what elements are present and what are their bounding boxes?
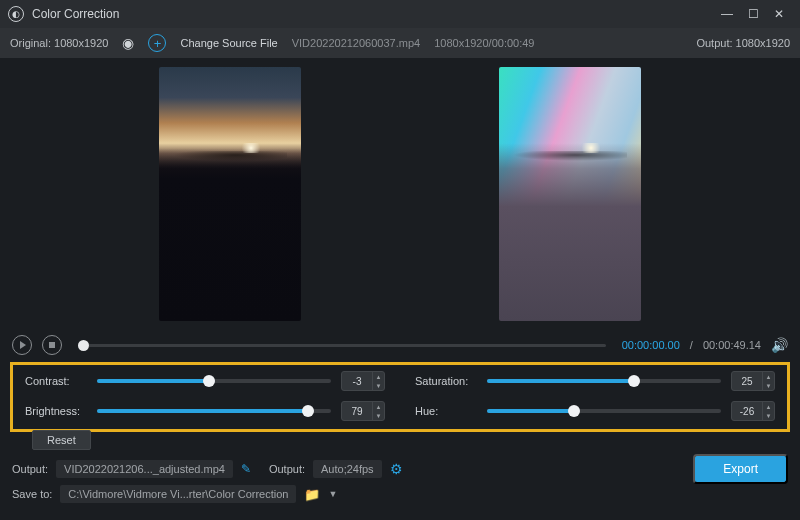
maximize-button[interactable]: ☐ xyxy=(740,1,766,27)
brightness-slider[interactable] xyxy=(97,409,331,413)
output-filename: VID2022021206..._adjusted.mp4 xyxy=(56,460,233,478)
save-path[interactable]: C:\Vidmore\Vidmore Vi...rter\Color Corre… xyxy=(60,485,296,503)
volume-icon[interactable]: 🔊 xyxy=(771,337,788,353)
chevron-up-icon[interactable]: ▲ xyxy=(763,402,774,411)
brightness-label: Brightness: xyxy=(25,405,87,417)
timeline-knob[interactable] xyxy=(78,340,89,351)
time-duration: 00:00:49.14 xyxy=(703,339,761,351)
chevron-up-icon[interactable]: ▲ xyxy=(763,372,774,381)
output-label: Output: xyxy=(12,463,48,475)
saturation-label: Saturation: xyxy=(415,375,477,387)
adjusted-preview xyxy=(499,67,641,321)
output-resolution-label: Output: 1080x1920 xyxy=(696,37,790,49)
source-filename: VID20220212060037.mp4 xyxy=(292,37,420,49)
save-to-label: Save to: xyxy=(12,488,52,500)
contrast-spinner[interactable]: -3 ▲▼ xyxy=(341,371,385,391)
source-fileinfo: 1080x1920/00:00:49 xyxy=(434,37,534,49)
chevron-down-icon[interactable]: ▼ xyxy=(328,489,337,499)
change-source-button[interactable]: Change Source File xyxy=(180,37,277,49)
saturation-control: Saturation: 25 ▲▼ xyxy=(415,371,775,391)
output-row: Output: VID2022021206..._adjusted.mp4 ✎ … xyxy=(0,456,800,482)
brightness-control: Brightness: 79 ▲▼ xyxy=(25,401,385,421)
timeline-slider[interactable] xyxy=(78,344,606,347)
reset-button[interactable]: Reset xyxy=(32,430,91,450)
color-sliders-panel: Contrast: -3 ▲▼ Saturation: 25 ▲▼ Bright… xyxy=(10,362,790,432)
folder-icon[interactable]: 📁 xyxy=(304,487,320,502)
contrast-control: Contrast: -3 ▲▼ xyxy=(25,371,385,391)
app-logo-icon: ◐ xyxy=(8,6,24,22)
preview-toggle-icon[interactable]: ◉ xyxy=(122,35,134,51)
play-button[interactable] xyxy=(12,335,32,355)
save-row: Save to: C:\Vidmore\Vidmore Vi...rter\Co… xyxy=(0,482,800,506)
chevron-down-icon[interactable]: ▼ xyxy=(373,411,384,420)
export-button[interactable]: Export xyxy=(693,454,788,484)
output-settings-label: Output: xyxy=(269,463,305,475)
source-bar: Original: 1080x1920 ◉ + Change Source Fi… xyxy=(0,28,800,58)
chevron-down-icon[interactable]: ▼ xyxy=(373,381,384,390)
preview-area xyxy=(0,58,800,330)
close-button[interactable]: ✕ xyxy=(766,1,792,27)
original-preview xyxy=(159,67,301,321)
output-settings-value: Auto;24fps xyxy=(313,460,382,478)
time-current: 00:00:00.00 xyxy=(622,339,680,351)
playback-bar: 00:00:00.00/00:00:49.14 🔊 xyxy=(0,330,800,360)
original-resolution-label: Original: 1080x1920 xyxy=(10,37,108,49)
brightness-spinner[interactable]: 79 ▲▼ xyxy=(341,401,385,421)
saturation-spinner[interactable]: 25 ▲▼ xyxy=(731,371,775,391)
chevron-up-icon[interactable]: ▲ xyxy=(373,402,384,411)
add-source-icon[interactable]: + xyxy=(148,34,166,52)
minimize-button[interactable]: — xyxy=(714,1,740,27)
hue-spinner[interactable]: -26 ▲▼ xyxy=(731,401,775,421)
title-bar: ◐ Color Correction — ☐ ✕ xyxy=(0,0,800,28)
contrast-slider[interactable] xyxy=(97,379,331,383)
contrast-label: Contrast: xyxy=(25,375,87,387)
stop-button[interactable] xyxy=(42,335,62,355)
chevron-down-icon[interactable]: ▼ xyxy=(763,411,774,420)
hue-control: Hue: -26 ▲▼ xyxy=(415,401,775,421)
time-sep: / xyxy=(690,339,693,351)
chevron-up-icon[interactable]: ▲ xyxy=(373,372,384,381)
settings-icon[interactable]: ⚙ xyxy=(390,461,403,477)
hue-slider[interactable] xyxy=(487,409,721,413)
window-title: Color Correction xyxy=(32,7,119,21)
edit-output-icon[interactable]: ✎ xyxy=(241,462,251,476)
hue-label: Hue: xyxy=(415,405,477,417)
saturation-slider[interactable] xyxy=(487,379,721,383)
chevron-down-icon[interactable]: ▼ xyxy=(763,381,774,390)
